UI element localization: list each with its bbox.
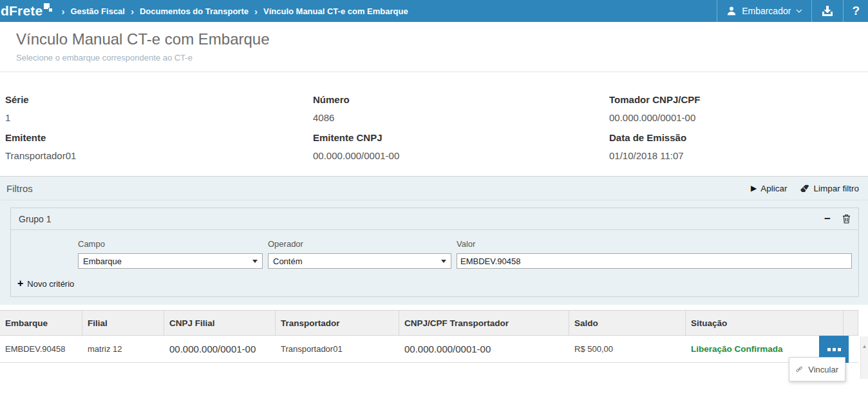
filters-actions: ▶ Aplicar Limpar filtro: [751, 184, 862, 193]
apply-filter-label: Aplicar: [760, 184, 787, 193]
user-icon: [726, 6, 737, 16]
navbar-right: Embarcador ?: [717, 0, 868, 22]
link-icon: [796, 364, 802, 374]
chevron-right-icon: ›: [131, 6, 134, 16]
column-header-embarque: Embarque: [0, 311, 82, 335]
field-label: Série: [5, 94, 313, 105]
filters-section: Filtros ▶ Aplicar Limpar filtro Grupo 1 …: [0, 176, 868, 305]
clear-filter-label: Limpar filtro: [813, 184, 859, 193]
campo-selected-value: Embarque: [83, 256, 122, 266]
page-header: Vínculo Manual CT-e com Embarque Selecio…: [0, 22, 868, 72]
field-numero: Número 4086: [313, 94, 609, 123]
ellipsis-icon: [838, 348, 841, 351]
campo-label: Campo: [78, 239, 263, 249]
field-emitente-cnpj: Emitente CNPJ 00.000.000/0001-00: [313, 132, 609, 161]
field-serie: Série 1: [5, 94, 313, 123]
download-icon: [821, 5, 834, 17]
cell-filial: matriz 12: [82, 344, 164, 354]
chevron-down-icon: [796, 9, 802, 13]
criterion-campo: Campo Embarque: [78, 239, 263, 269]
filters-bar: Filtros ▶ Aplicar Limpar filtro: [0, 177, 868, 200]
operador-label: Operador: [268, 239, 451, 249]
filter-group-panel: Grupo 1 − Campo Embarque: [10, 208, 859, 297]
field-emitente: Emitente Transportador01: [5, 132, 313, 161]
cell-cnpj-transportador: 00.000.000/0001-00: [399, 343, 569, 354]
page-title: Vínculo Manual CT-e com Embarque: [16, 30, 852, 48]
field-label: Tomador CNPJ/CPF: [609, 94, 863, 105]
vincular-label: Vincular: [808, 365, 838, 374]
field-value: 00.000.000/0001-00: [609, 112, 863, 123]
filters-title: Filtros: [6, 183, 33, 194]
clear-filter-button[interactable]: Limpar filtro: [800, 184, 859, 193]
field-tomador-cnpj: Tomador CNPJ/CPF 00.000.000/0001-00: [609, 94, 863, 123]
breadcrumb: › Gestão Fiscal › Documentos do Transpor…: [61, 6, 408, 16]
caret-down-icon: [441, 260, 446, 263]
cell-embarque: EMBDEV.90458: [0, 344, 82, 354]
field-value: 00.000.000/0001-00: [313, 150, 609, 161]
column-header-situacao: Situação: [686, 311, 844, 335]
ellipsis-icon: [827, 348, 831, 351]
delete-group-button[interactable]: [842, 214, 851, 224]
cte-details: Série 1 Número 4086 Tomador CNPJ/CPF 00.…: [0, 72, 868, 176]
new-criteria-label: Novo critério: [27, 279, 74, 289]
field-value: 01/10/2018 11:07: [609, 150, 863, 161]
user-menu-label: Embarcador: [742, 6, 791, 16]
column-header-transportador: Transportador: [276, 311, 399, 335]
ellipsis-icon: [833, 348, 836, 351]
field-value: 4086: [313, 112, 609, 123]
top-navbar: ddFrete › Gestão Fiscal › Documentos do …: [0, 0, 868, 22]
valor-input[interactable]: [457, 253, 852, 269]
eraser-icon: [800, 184, 809, 193]
app-logo[interactable]: ddFrete: [0, 1, 53, 21]
table-scrollbar[interactable]: ▲: [860, 336, 868, 379]
operador-select[interactable]: Contém: [268, 253, 451, 269]
breadcrumb-item-gestao-fiscal[interactable]: Gestão Fiscal: [70, 6, 125, 16]
apply-filter-button[interactable]: ▶ Aplicar: [751, 184, 788, 193]
row-actions-menu: Vincular: [789, 357, 845, 382]
field-value: Transportador01: [5, 150, 313, 161]
cell-cnpj-filial: 00.000.000/0001-00: [164, 343, 276, 354]
field-label: Emitente CNPJ: [313, 132, 609, 143]
logo-icon: [44, 3, 53, 14]
results-table: Embarque Filial CNPJ Filial Transportado…: [0, 310, 868, 363]
column-header-saldo: Saldo: [569, 311, 686, 335]
column-header-filial: Filial: [82, 311, 164, 335]
logo-text: ddFrete: [0, 1, 42, 21]
user-menu[interactable]: Embarcador: [717, 0, 811, 22]
scroll-up-icon: ▲: [862, 343, 867, 349]
criterion-operador: Operador Contém: [268, 239, 451, 269]
field-data-emissao: Data de Emissão 01/10/2018 11:07: [609, 132, 863, 161]
question-mark-icon: ?: [852, 4, 860, 18]
table-header-row: Embarque Filial CNPJ Filial Transportado…: [0, 310, 858, 336]
download-button[interactable]: [811, 0, 843, 22]
chevron-right-icon: ›: [254, 6, 258, 16]
trash-icon: [842, 214, 851, 224]
filter-group-title: Grupo 1: [19, 214, 52, 224]
chevron-right-icon: ›: [61, 6, 64, 16]
filter-criteria-row: Campo Embarque Operador Contém Valor: [11, 230, 858, 269]
column-header-cnpj-transportador: CNPJ/CPF Transportador: [399, 311, 569, 335]
collapse-group-icon[interactable]: −: [824, 213, 831, 224]
new-criteria-button[interactable]: + Novo critério: [17, 278, 74, 289]
breadcrumb-item-vinculo-manual[interactable]: Vínculo Manual CT-e com Embarque: [263, 6, 408, 16]
campo-select[interactable]: Embarque: [78, 253, 263, 269]
table-row[interactable]: EMBDEV.90458 matriz 12 00.000.000/0001-0…: [0, 336, 858, 363]
operador-selected-value: Contém: [273, 256, 303, 266]
caret-down-icon: [252, 260, 258, 263]
column-header-actions: [844, 311, 858, 335]
help-button[interactable]: ?: [843, 0, 868, 22]
cell-transportador: Transportador01: [276, 344, 399, 354]
breadcrumb-item-documentos-transporte[interactable]: Documentos do Transporte: [140, 6, 249, 16]
valor-label: Valor: [457, 239, 852, 249]
field-label: Emitente: [5, 132, 313, 143]
field-value: 1: [5, 112, 313, 123]
plus-icon: +: [17, 278, 23, 289]
play-icon: ▶: [751, 184, 757, 193]
cell-saldo: R$ 500,00: [569, 344, 686, 354]
vincular-menu-item[interactable]: Vincular: [789, 358, 845, 381]
criterion-valor: Valor: [457, 239, 852, 269]
column-header-cnpj-filial: CNPJ Filial: [164, 311, 276, 335]
field-label: Número: [313, 94, 609, 105]
page-subtitle: Selecione o embarque correspondente ao C…: [16, 53, 852, 63]
field-label: Data de Emissão: [609, 132, 863, 143]
